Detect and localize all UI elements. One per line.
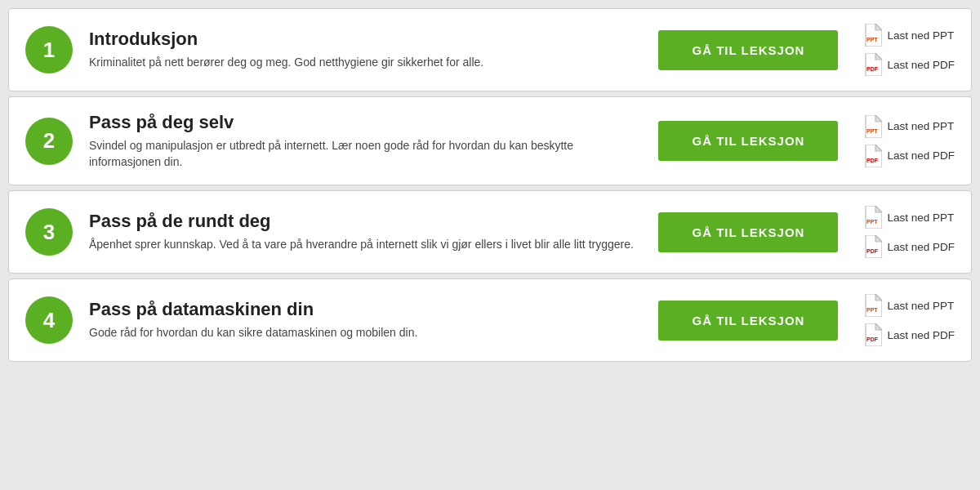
lesson-desc-1: Kriminalitet på nett berører deg og meg.… <box>89 55 642 71</box>
lesson-title-4: Pass på datamaskinen din <box>89 299 642 320</box>
lesson-title-2: Pass på deg selv <box>89 112 642 133</box>
download-ppt-label-3: Last ned PPT <box>887 212 954 224</box>
lesson-number-2: 2 <box>25 118 73 165</box>
download-links-1: PPT Last ned PPT PDF Last ned PDF <box>862 24 955 76</box>
lesson-title-1: Introduksjon <box>89 29 642 50</box>
download-pdf-link-2[interactable]: PDF Last ned PDF <box>862 145 955 167</box>
svg-text:PPT: PPT <box>866 37 878 42</box>
download-ppt-link-4[interactable]: PPT Last ned PPT <box>862 294 955 317</box>
download-ppt-label-1: Last ned PPT <box>887 29 954 42</box>
svg-text:PPT: PPT <box>866 219 878 225</box>
lesson-info-2: Pass på deg selv Svindel og manipulasjon… <box>89 112 642 170</box>
lesson-card-3: 3 Pass på de rundt deg Åpenhet sprer kun… <box>8 190 972 274</box>
download-pdf-label-3: Last ned PDF <box>887 241 955 253</box>
pdf-icon-1: PDF <box>862 53 882 76</box>
lesson-info-3: Pass på de rundt deg Åpenhet sprer kunns… <box>89 211 642 253</box>
download-pdf-label-1: Last ned PDF <box>887 59 955 71</box>
pdf-icon-2: PDF <box>862 145 882 167</box>
download-pdf-label-4: Last ned PDF <box>887 329 955 341</box>
ppt-icon-1: PPT <box>862 24 882 47</box>
download-pdf-link-3[interactable]: PDF Last ned PDF <box>862 235 955 258</box>
ppt-icon-2: PPT <box>862 115 882 138</box>
svg-text:PDF: PDF <box>866 336 879 342</box>
ppt-icon-3: PPT <box>862 206 882 229</box>
pdf-icon-4: PDF <box>862 323 882 346</box>
lesson-number-3: 3 <box>25 208 73 256</box>
go-to-lesson-button-3[interactable]: GÅ TIL LEKSJON <box>658 212 838 252</box>
svg-text:PPT: PPT <box>866 307 878 313</box>
lesson-desc-2: Svindel og manipulasjon er utbredt på in… <box>89 138 642 170</box>
svg-text:PDF: PDF <box>866 248 879 254</box>
lesson-number-4: 4 <box>25 296 73 344</box>
pdf-icon-3: PDF <box>862 235 882 258</box>
ppt-icon-4: PPT <box>862 294 882 317</box>
download-ppt-link-2[interactable]: PPT Last ned PPT <box>862 115 955 138</box>
lesson-info-4: Pass på datamaskinen din Gode råd for hv… <box>89 299 642 341</box>
lesson-title-3: Pass på de rundt deg <box>89 211 642 232</box>
lesson-info-1: Introduksjon Kriminalitet på nett berøre… <box>89 29 642 71</box>
download-pdf-label-2: Last ned PDF <box>887 149 955 162</box>
lesson-card-4: 4 Pass på datamaskinen din Gode råd for … <box>8 278 972 362</box>
download-ppt-label-4: Last ned PPT <box>887 300 954 312</box>
download-pdf-link-4[interactable]: PDF Last ned PDF <box>862 323 955 346</box>
lesson-card-2: 2 Pass på deg selv Svindel og manipulasj… <box>8 96 972 185</box>
svg-text:PDF: PDF <box>866 158 879 163</box>
lesson-number-1: 1 <box>25 26 73 74</box>
download-links-3: PPT Last ned PPT PDF Last ned PDF <box>862 206 955 258</box>
lesson-desc-4: Gode råd for hvordan du kan sikre datama… <box>89 325 642 341</box>
go-to-lesson-button-2[interactable]: GÅ TIL LEKSJON <box>658 121 838 161</box>
go-to-lesson-button-1[interactable]: GÅ TIL LEKSJON <box>658 30 838 70</box>
lesson-card-1: 1 Introduksjon Kriminalitet på nett berø… <box>8 8 972 91</box>
go-to-lesson-button-4[interactable]: GÅ TIL LEKSJON <box>658 301 838 341</box>
download-ppt-link-1[interactable]: PPT Last ned PPT <box>862 24 955 47</box>
download-pdf-link-1[interactable]: PDF Last ned PDF <box>862 53 955 76</box>
download-links-4: PPT Last ned PPT PDF Last ned PDF <box>862 294 955 346</box>
lesson-desc-3: Åpenhet sprer kunnskap. Ved å ta vare på… <box>89 237 642 253</box>
svg-text:PPT: PPT <box>866 128 878 134</box>
svg-text:PDF: PDF <box>866 66 879 72</box>
download-links-2: PPT Last ned PPT PDF Last ned PDF <box>862 115 955 167</box>
download-ppt-link-3[interactable]: PPT Last ned PPT <box>862 206 955 229</box>
download-ppt-label-2: Last ned PPT <box>887 120 954 132</box>
